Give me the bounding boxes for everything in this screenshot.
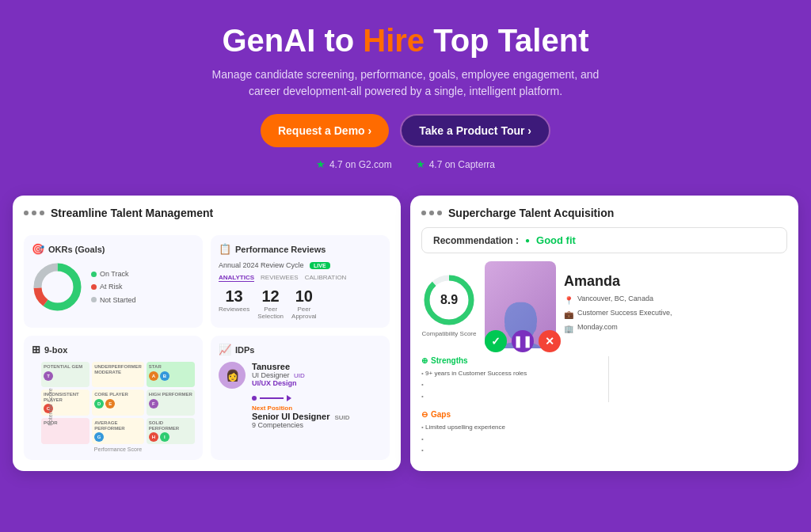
okr-icon: 🎯 — [32, 243, 44, 255]
hero-title-suffix: Top Talent — [425, 23, 588, 58]
idp-card: 📈 IDPs 👩 Tanusree UI Designer UID UI/UX … — [211, 336, 390, 460]
compatibility-score: 8.9 Compatibility Score — [421, 272, 477, 337]
idp-dept: UI/UX Design — [252, 379, 305, 387]
nb-cell-5: HIGH PERFORMER F — [147, 390, 195, 416]
nb-cell-7: AVERAGE PERFORMER G — [92, 418, 144, 444]
nb-cell-2: STAR AB — [147, 362, 195, 387]
arrow-end — [287, 395, 291, 401]
perf-tabs[interactable]: ANALYTICS REVIEWEES CALIBRATION — [219, 274, 382, 282]
acquisition-card-header: Supercharge Talent Acquisition — [421, 207, 787, 219]
capterra-rating-value: 4.7 on Capterra — [429, 159, 495, 170]
reviewees-label: Reviewees — [219, 306, 249, 313]
ninebox-x-axis: Performance Score — [41, 446, 195, 452]
idp-avatar: 👩 — [219, 362, 246, 389]
ninebox-grid: POTENTIAL GEM T UNDERPERFORMER MODERATE … — [41, 362, 195, 444]
reviewees-stat: 13 Reviewees — [219, 288, 249, 320]
strengths-section: ⊕ Strengths 9+ years in Customer Success… — [421, 356, 600, 402]
recommendation-bar: Recommendation : ● Good fit — [421, 227, 787, 253]
gap-item-1: Limited upselling experience — [421, 422, 600, 433]
perf-cycle-label: Annual 2024 Review Cycle LIVE — [219, 261, 330, 269]
okr-content: On Track At Risk Not Started — [32, 261, 195, 313]
dot-5 — [429, 211, 434, 215]
nb-cell-0: POTENTIAL GEM T — [41, 362, 89, 387]
perf-stats: 13 Reviewees 12 PeerSelection 10 PeerApp… — [219, 288, 382, 320]
approve-button[interactable]: ✓ — [485, 330, 507, 352]
acquisition-card-dots — [421, 211, 442, 215]
ninebox-icon: ⊞ — [32, 344, 40, 355]
rec-value: Good fit — [536, 234, 576, 246]
compat-circle: 8.9 — [421, 272, 477, 328]
product-tour-button[interactable]: Take a Product Tour › — [400, 114, 550, 147]
arrow-start — [252, 396, 257, 401]
legend-on-track: On Track — [100, 268, 129, 280]
g2-rating-value: 4.7 on G2.com — [329, 159, 392, 170]
idp-next-position: Next Position Senior UI Designer SUID 9 … — [252, 405, 382, 429]
idp-next-uid: SUID — [334, 414, 349, 421]
ninebox-card: ⊞ 9-box Potential Score POTENTIAL GEM T … — [24, 336, 203, 460]
acquisition-inner: Recommendation : ● Good fit 8.9 Compatib… — [421, 227, 787, 456]
hero-title: GenAI to Hire Top Talent — [16, 22, 795, 59]
talent-inner-grid: 🎯 OKRs (Goals) — [24, 235, 390, 460]
talent-card-header: Streamline Talent Management — [24, 207, 390, 219]
action-buttons: ✓ ❚❚ ✕ — [485, 330, 561, 352]
legend-at-risk: At Risk — [100, 280, 123, 293]
talent-card-title: Streamline Talent Management — [51, 207, 213, 219]
card-dots — [24, 211, 44, 215]
capterra-rating: ★ 4.7 on Capterra — [416, 158, 495, 170]
peer-approval-num: 10 — [291, 288, 317, 304]
idp-role: UI Designer UID — [252, 371, 305, 379]
request-demo-button[interactable]: Request a Demo › — [261, 114, 389, 147]
talent-management-card: Streamline Talent Management 🎯 OKRs (Goa… — [13, 196, 401, 471]
okr-card: 🎯 OKRs (Goals) — [24, 235, 203, 328]
person-company: 🏢 Monday.com — [564, 323, 787, 334]
dot-4 — [421, 211, 426, 215]
gaps-title: ⊖ Gaps — [421, 410, 600, 419]
idp-next-title: Senior UI Designer SUID — [252, 412, 382, 421]
live-badge: LIVE — [310, 262, 330, 269]
ninebox-title: ⊞ 9-box — [32, 344, 195, 355]
strengths-plus-icon: ⊕ — [421, 356, 428, 365]
rec-label: Recommendation : — [433, 235, 519, 246]
location-icon: 📍 — [564, 295, 573, 306]
pause-button[interactable]: ❚❚ — [512, 330, 534, 352]
gaps-section: ⊖ Gaps Limited upselling experience — [421, 410, 600, 456]
gap-item-2 — [421, 434, 600, 445]
strength-item-3 — [421, 391, 600, 402]
reviewees-num: 13 — [219, 288, 249, 304]
sg-divider — [608, 356, 609, 402]
talent-acquisition-card: Supercharge Talent Acquisition Recommend… — [410, 196, 798, 471]
company-icon: 🏢 — [564, 324, 573, 334]
capterra-star-icon: ★ — [416, 158, 425, 170]
hero-section: GenAI to Hire Top Talent Manage candidat… — [0, 0, 811, 186]
tab-reviewees[interactable]: REVIEWEES — [261, 274, 299, 282]
perf-cycle-row: Annual 2024 Review Cycle LIVE — [219, 261, 382, 269]
person-location: 📍 Vancouver, BC, Canada — [564, 294, 787, 306]
nb-cell-1: UNDERPERFORMER MODERATE — [92, 362, 144, 387]
idp-name: Tanusree — [252, 362, 305, 371]
peer-approval-label: PeerApproval — [291, 306, 317, 320]
g2-rating: ★ 4.7 on G2.com — [316, 158, 392, 170]
rec-dot: ● — [525, 236, 530, 245]
g2-star-icon: ★ — [316, 158, 326, 170]
peer-selection-stat: 12 PeerSelection — [257, 288, 284, 320]
arrow-line — [260, 397, 284, 399]
tab-calibration[interactable]: CALIBRATION — [305, 274, 347, 282]
strength-item-1: 9+ years in Customer Success roles — [421, 368, 600, 379]
tab-analytics[interactable]: ANALYTICS — [219, 274, 254, 282]
strengths-title: ⊕ Strengths — [421, 356, 600, 365]
perf-icon: 📋 — [219, 243, 231, 255]
idp-uid: UID — [294, 372, 305, 379]
hero-ratings: ★ 4.7 on G2.com ★ 4.7 on Capterra — [16, 158, 795, 170]
cards-section: Streamline Talent Management 🎯 OKRs (Goa… — [0, 186, 811, 481]
gap-item-3 — [421, 445, 600, 456]
reject-button[interactable]: ✕ — [539, 330, 561, 352]
idp-info: Tanusree UI Designer UID UI/UX Design — [252, 362, 305, 387]
hero-title-highlight: Hire — [363, 23, 425, 58]
peer-selection-label: PeerSelection — [257, 306, 284, 320]
ninebox-y-axis: Potential Score — [48, 388, 53, 425]
performance-reviews-card: 📋 Performance Reviews Annual 2024 Review… — [211, 235, 390, 328]
idp-competencies: 9 Competencies — [252, 421, 382, 429]
okr-donut — [32, 261, 83, 313]
peer-selection-num: 12 — [257, 288, 284, 304]
idp-title: 📈 IDPs — [219, 344, 382, 355]
